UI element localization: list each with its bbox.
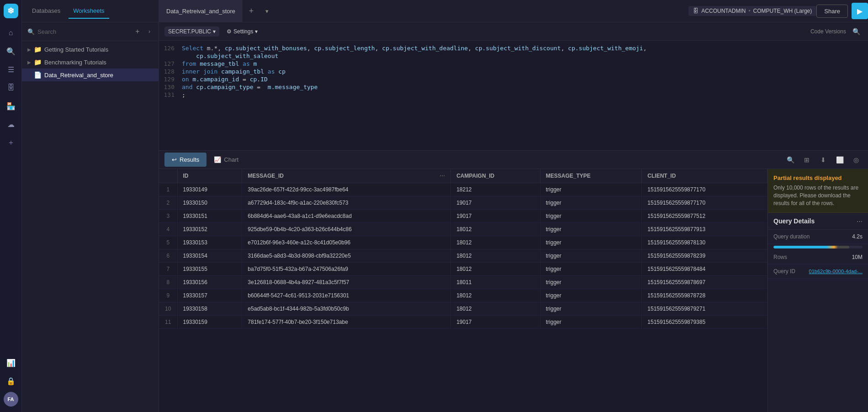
table-row: 7 19330155 ba7d75f0-51f5-432a-b67a-24750… [159, 263, 767, 276]
chart-tab-icon: 📈 [214, 156, 221, 163]
col-campaign-id[interactable]: CAMPAIGN_ID [451, 169, 540, 183]
code-line-130: 130 and cp.campaign_type = m.message_typ… [159, 83, 868, 91]
search-input[interactable] [37, 28, 129, 35]
sidebar-item-security[interactable]: 🔒 [3, 373, 19, 389]
settings-button[interactable]: ⚙ Settings ▾ [223, 26, 261, 37]
search-results-button[interactable]: 🔍 [784, 153, 797, 166]
sidebar-item-worksheets-icon[interactable]: ☰ [3, 61, 19, 78]
query-id-link[interactable]: 01b62c9b-0000-4dad-... [809, 269, 863, 274]
code-versions-button[interactable]: Code Versions [810, 28, 846, 35]
results-toolbar-right: 🔍 ⊞ ⬇ ⬜ ◎ [784, 153, 863, 166]
schema-label: SECRET.PUBLIC [168, 28, 211, 35]
sidebar-item-data-retrieval[interactable]: ▶ 📄 Data_Retreival_and_store [22, 69, 159, 81]
run-button[interactable]: ▶ [852, 3, 868, 19]
query-id-label: Query ID [773, 268, 795, 275]
cell-message-id: e5ad5ab8-bc1f-4344-982b-5a3fd0b50c9b [242, 302, 451, 316]
cell-num: 5 [159, 236, 177, 249]
table-row: 8 19330156 3e126818-0688-4b4a-8927-481a3… [159, 276, 767, 289]
sidebar-item-search[interactable]: 🔍 [3, 43, 19, 59]
search-icon: 🔍 [27, 28, 35, 35]
icon-rail: ❄ ⌂ 🔍 ☰ 🗄 🏪 ☁ ＋ 📊 🔒 FA [0, 0, 22, 412]
results-tabs: ↩ Results 📈 Chart 🔍 ⊞ ⬇ ⬜ ◎ [159, 151, 868, 169]
run-icon: ▶ [857, 7, 863, 16]
search-code-button[interactable]: 🔍 [850, 25, 863, 38]
download-button[interactable]: ⬇ [817, 153, 830, 166]
tab-results[interactable]: ↩ Results [164, 153, 206, 167]
share-button[interactable]: Share [816, 5, 848, 18]
cell-message-type: trigger [540, 210, 642, 223]
sidebar-item-data[interactable]: 🗄 [3, 79, 19, 96]
table-row: 2 19330150 a67729d4-183c-4f9c-a1ac-220e8… [159, 196, 767, 210]
rows-label: Rows [773, 254, 787, 260]
col-message-id[interactable]: MESSAGE_ID ⋯ [242, 169, 451, 183]
partial-banner: Partial results displayed Only 10,000 ro… [768, 169, 868, 213]
cell-message-type: trigger [540, 223, 642, 236]
query-details-more-button[interactable]: ⋯ [857, 218, 863, 225]
code-line-126b: cp.subject_with_saleout [159, 52, 868, 60]
cell-num: 1 [159, 183, 177, 196]
cell-id: 19330158 [177, 302, 242, 316]
cell-id: 19330152 [177, 223, 242, 236]
tab-dropdown-button[interactable]: ▾ [259, 4, 274, 18]
sidebar-add-button[interactable]: + [132, 26, 143, 37]
query-details-title: Query Details [773, 217, 815, 225]
sidebar-item-home[interactable]: ⌂ [3, 25, 19, 41]
cell-client-id: 1515915625559878484 [642, 263, 767, 276]
tab-worksheets[interactable]: Worksheets [69, 4, 109, 19]
table-row: 4 19330152 925dbe59-0b4b-4c20-a363-b26c6… [159, 223, 767, 236]
query-details-panel: Partial results displayed Only 10,000 ro… [767, 169, 868, 412]
schema-selector[interactable]: SECRET.PUBLIC ▾ [164, 26, 219, 37]
sidebar-search-row: 🔍 + › [22, 22, 159, 41]
app-logo[interactable]: ❄ [4, 4, 18, 18]
table-row: 10 19330158 e5ad5ab8-bc1f-4344-982b-5a3f… [159, 302, 767, 316]
cell-message-id: 3166dae5-a8d3-4b3d-8098-cbf9a32220e5 [242, 249, 451, 263]
sidebar-item-compute[interactable]: ☁ [3, 116, 19, 132]
cell-message-id: 6b884d64-aae6-43a8-a1c1-d9e6eacdc8ad [242, 210, 451, 223]
sidebar-item-add[interactable]: ＋ [3, 134, 19, 151]
cell-campaign-id: 18012 [451, 223, 540, 236]
code-editor[interactable]: 126 Select m.*, cp.subject_with_bonuses,… [159, 41, 868, 150]
tab-databases[interactable]: Databases [27, 4, 65, 19]
col-message-type[interactable]: MESSAGE_TYPE [540, 169, 642, 183]
table-row: 3 19330151 6b884d64-aae6-43a8-a1c1-d9e6e… [159, 210, 767, 223]
sidebar-item-getting-started[interactable]: ▶ 📁 Getting Started Tutorials [22, 43, 159, 56]
code-line-127: 127 from message_tbl as m [159, 60, 868, 68]
sidebar-collapse-button[interactable]: › [146, 28, 153, 35]
columns-toggle-button[interactable]: ⊞ [800, 153, 813, 166]
results-table[interactable]: ID MESSAGE_ID ⋯ CAMPAIGN_ID MESSAGE_TYPE… [159, 169, 767, 412]
worksheet-tab[interactable]: Data_Retreival_and_store [159, 0, 243, 22]
content-area: 🔍 + › ▶ 📁 Getting Started Tutorials ▶ 📁 … [22, 22, 868, 412]
cell-client-id: 1515915625559877170 [642, 196, 767, 210]
col-id[interactable]: ID [177, 169, 242, 183]
cell-client-id: 1515915625559878728 [642, 289, 767, 302]
results-tab-icon: ↩ [172, 156, 177, 163]
avatar[interactable]: FA [4, 392, 18, 407]
cell-num: 10 [159, 302, 177, 316]
cell-id: 19330150 [177, 196, 242, 210]
cell-id: 19330155 [177, 263, 242, 276]
col-client-id[interactable]: CLIENT_ID [642, 169, 767, 183]
expand-button[interactable]: ◎ [850, 153, 863, 166]
sidebar-item-monitoring[interactable]: 📊 [3, 354, 19, 371]
results-tab-label: Results [180, 156, 199, 163]
cell-campaign-id: 18012 [451, 249, 540, 263]
folder-icon: 📁 [34, 46, 42, 53]
cell-id: 19330151 [177, 210, 242, 223]
account-badge[interactable]: 🗄 ACCOUNTADMIN • COMPUTE_WH (Large) [688, 6, 816, 16]
split-view-button[interactable]: ⬜ [833, 153, 846, 166]
new-tab-button[interactable]: + [243, 3, 259, 19]
duration-bar-fill [773, 246, 849, 248]
cell-message-id: ba7d75f0-51f5-432a-b67a-247506a26fa9 [242, 263, 451, 276]
account-label: ACCOUNTADMIN [701, 8, 746, 14]
cell-campaign-id: 18012 [451, 289, 540, 302]
sidebar-item-benchmarking[interactable]: ▶ 📁 Benchmarking Tutorials [22, 56, 159, 69]
cell-num: 4 [159, 223, 177, 236]
code-line-129: 129 on m.campaign_id = cp.ID [159, 75, 868, 83]
tab-chart[interactable]: 📈 Chart [206, 153, 246, 167]
cell-message-id: e7012b6f-96e3-460e-a12c-8c41d05e0b96 [242, 236, 451, 249]
cell-campaign-id: 19017 [451, 210, 540, 223]
table-row: 1 19330149 39ac26de-657f-422d-99cc-3ac49… [159, 183, 767, 196]
cell-client-id: 1515915625559877913 [642, 223, 767, 236]
sidebar-item-marketplace[interactable]: 🏪 [3, 98, 19, 114]
code-line-128: 128 inner join campaign_tbl as cp [159, 68, 868, 75]
